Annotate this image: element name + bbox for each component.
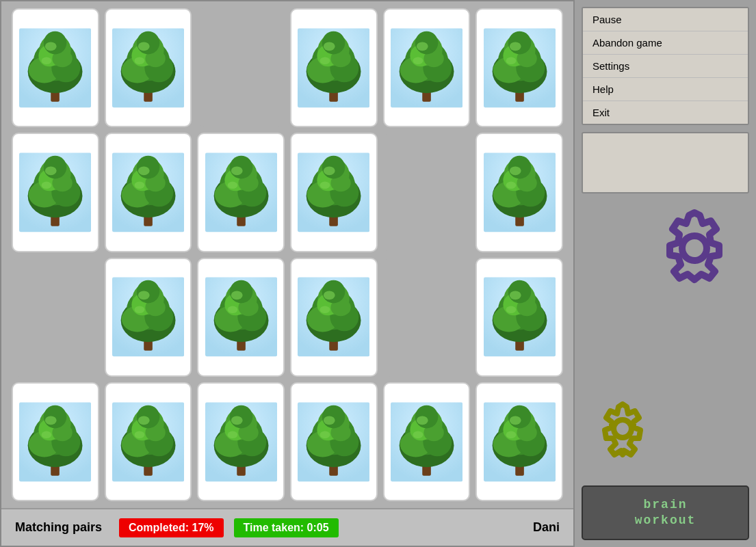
menu-item-help[interactable]: Help <box>583 78 748 101</box>
svg-point-227 <box>413 431 423 438</box>
card[interactable] <box>475 258 563 377</box>
svg-point-141 <box>229 280 252 304</box>
svg-point-239 <box>506 431 516 438</box>
empty-cell <box>383 258 471 377</box>
menu-item-exit[interactable]: Exit <box>583 101 748 124</box>
game-area: Matching pairs Completed: 17% Time taken… <box>0 0 575 547</box>
purple-gear-icon <box>647 207 742 296</box>
svg-point-154 <box>324 291 335 300</box>
card[interactable] <box>12 133 99 252</box>
svg-point-226 <box>417 416 428 425</box>
svg-point-118 <box>509 167 521 176</box>
svg-point-240 <box>682 236 707 261</box>
svg-point-46 <box>417 42 428 51</box>
svg-point-131 <box>135 306 145 314</box>
status-bar: Matching pairs Completed: 17% Time taken… <box>1 508 573 546</box>
card[interactable] <box>475 382 563 501</box>
svg-point-215 <box>320 431 330 438</box>
svg-point-82 <box>138 167 150 176</box>
svg-point-179 <box>42 431 52 438</box>
svg-point-105 <box>322 156 346 179</box>
matching-pairs-label: Matching pairs <box>15 520 102 535</box>
card[interactable] <box>197 258 285 377</box>
card[interactable] <box>290 133 378 252</box>
svg-point-23 <box>135 57 145 64</box>
svg-point-143 <box>227 306 237 314</box>
svg-point-117 <box>508 156 531 179</box>
svg-point-241 <box>614 420 631 438</box>
svg-point-83 <box>135 182 145 189</box>
gears-area <box>582 200 749 479</box>
info-box <box>582 132 749 194</box>
empty-cell <box>12 258 99 377</box>
svg-point-178 <box>45 416 57 425</box>
svg-point-166 <box>509 291 521 300</box>
svg-point-130 <box>138 291 150 300</box>
card[interactable] <box>383 8 471 127</box>
svg-point-59 <box>506 57 516 64</box>
svg-point-58 <box>509 42 521 51</box>
svg-point-155 <box>320 306 330 314</box>
empty-cell <box>383 133 471 252</box>
svg-point-70 <box>45 167 57 176</box>
card[interactable] <box>105 258 192 377</box>
svg-point-57 <box>508 31 531 55</box>
yellow-gear-icon <box>588 393 657 458</box>
card[interactable] <box>12 8 99 127</box>
card[interactable] <box>383 382 471 501</box>
svg-point-142 <box>231 291 242 300</box>
logo-text: BRAIN WORKOUT <box>635 497 696 529</box>
svg-point-213 <box>322 405 346 428</box>
empty-cell <box>197 8 285 127</box>
svg-point-94 <box>231 167 242 176</box>
card[interactable] <box>197 133 285 252</box>
menu-panel: PauseAbandon gameSettingsHelpExit <box>582 7 749 125</box>
card[interactable] <box>105 8 192 127</box>
card[interactable] <box>105 133 192 252</box>
card[interactable] <box>475 8 563 127</box>
completed-badge: Completed: 17% <box>119 518 223 537</box>
svg-point-203 <box>227 431 237 438</box>
card[interactable] <box>12 382 99 501</box>
svg-point-69 <box>44 156 67 179</box>
card[interactable] <box>290 382 378 501</box>
card[interactable] <box>105 382 192 501</box>
svg-point-191 <box>135 431 145 438</box>
svg-point-189 <box>137 405 160 428</box>
svg-point-177 <box>44 405 67 428</box>
svg-point-237 <box>508 405 531 428</box>
svg-point-238 <box>509 416 521 425</box>
card[interactable] <box>197 382 285 501</box>
svg-point-95 <box>227 182 237 189</box>
svg-point-167 <box>506 306 516 314</box>
svg-point-129 <box>137 280 160 304</box>
svg-point-10 <box>45 42 57 51</box>
card-grid <box>1 1 573 508</box>
svg-point-81 <box>137 156 160 179</box>
logo-box: BRAIN WORKOUT <box>582 485 749 540</box>
svg-point-214 <box>324 416 335 425</box>
svg-point-21 <box>137 31 160 55</box>
sidebar: PauseAbandon gameSettingsHelpExit BRAIN … <box>575 0 756 547</box>
svg-point-93 <box>229 156 252 179</box>
svg-point-9 <box>44 31 67 55</box>
card[interactable] <box>290 8 378 127</box>
svg-point-202 <box>231 416 242 425</box>
svg-point-71 <box>42 182 52 189</box>
menu-item-abandon-game[interactable]: Abandon game <box>583 31 748 55</box>
svg-point-22 <box>138 42 150 51</box>
svg-point-190 <box>138 416 150 425</box>
svg-point-225 <box>415 405 439 428</box>
svg-point-119 <box>506 182 516 189</box>
svg-point-201 <box>229 405 252 428</box>
svg-point-153 <box>322 280 346 304</box>
time-badge: Time taken: 0:05 <box>234 518 339 537</box>
card[interactable] <box>290 258 378 377</box>
svg-point-45 <box>415 31 439 55</box>
menu-item-pause[interactable]: Pause <box>583 8 748 31</box>
menu-item-settings[interactable]: Settings <box>583 55 748 78</box>
svg-point-34 <box>324 42 335 51</box>
svg-point-35 <box>320 57 330 64</box>
card[interactable] <box>475 133 563 252</box>
svg-point-47 <box>413 57 423 64</box>
